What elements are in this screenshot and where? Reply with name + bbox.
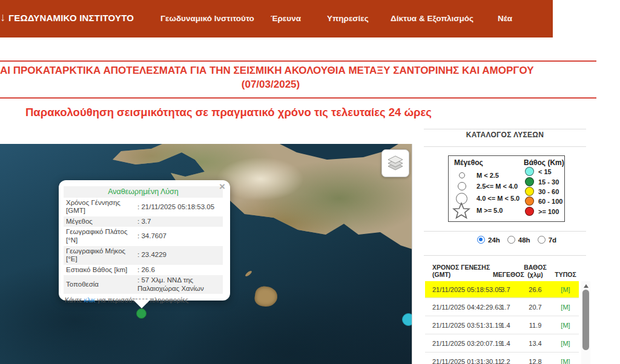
table-row[interactable]: 21/11/2025 03:20:07.19 1.4 13.4 [M] <box>425 334 579 353</box>
popup-label: Μέγεθος <box>64 216 135 227</box>
close-icon[interactable]: × <box>219 181 225 192</box>
radio-24h-label[interactable]: 24h <box>488 236 500 244</box>
popup-value: : 26.6 <box>135 265 223 276</box>
popup-value: : 57 Χλμ. ΝΝΔ της Παλαιοχώρας Χανίων <box>135 275 223 294</box>
nav-item-news[interactable]: Νέα <box>498 14 512 23</box>
nav-item-services[interactable]: Υπηρεσίες <box>327 14 369 23</box>
nav-item-research[interactable]: Έρευνα <box>271 14 301 23</box>
panel-divider <box>424 255 586 256</box>
col-header-magnitude: ΜΕΓΕΘΟΣ <box>493 271 518 279</box>
popup-label: Γεωγραφικό Πλάτος [°N] <box>64 227 135 245</box>
divider-bottom <box>0 97 596 99</box>
col-header-time: ΧΡΟΝΟΣ ΓΕΝΕΣΗΣ (GMT) <box>425 264 493 278</box>
radio-48h[interactable] <box>507 236 515 244</box>
more-info-link[interactable]: κλικ <box>84 296 95 304</box>
legend-label: >= 100 <box>538 208 559 215</box>
popup-value: : 3.7 <box>135 216 223 227</box>
download-arrow-icon[interactable]: ↓ <box>0 11 6 24</box>
table-scrollbar[interactable] <box>581 281 590 364</box>
panel-divider <box>424 146 586 147</box>
col-header-depth: ΒΑΘΟΣ (χλμ) <box>518 264 552 278</box>
legend-label: 15 - 30 <box>538 178 559 186</box>
popup-label: Εστιακό Βάθος [km] <box>64 265 135 276</box>
popup-value: : 34.7607 <box>135 227 223 245</box>
popup-value: : 23.4229 <box>135 246 223 265</box>
catalog-title: ΚΑΤΑΛΟΓΟΣ ΛΥΣΕΩΝ <box>424 131 586 139</box>
legend-label: < 15 <box>538 168 552 175</box>
map-layers-button[interactable] <box>381 149 409 177</box>
magnitude-circle-small <box>459 172 465 178</box>
nav-item-networks[interactable]: Δίκτυα & Εξοπλισμός <box>391 14 473 23</box>
star-icon <box>452 202 470 220</box>
depth-circle <box>525 177 534 186</box>
legend-label: 2.5<= M < 4.0 <box>477 183 518 190</box>
radio-24h[interactable] <box>477 236 485 244</box>
scrollbar-thumb[interactable] <box>582 290 589 350</box>
page-title-line1: ΑΙ ΠΡΟΚΑΤΑΡΚΤΙΚΑ ΑΠΟΤΕΛΕΣΜΑΤΑ ΓΙΑ ΤΗΝ ΣΕ… <box>0 65 548 77</box>
panel-divider <box>424 231 586 232</box>
table-row[interactable]: 21/11/2025 03:51:31.19 1.4 11.9 [M] <box>425 316 579 334</box>
map-legend: Μέγεθος M < 2.5 2.5<= M < 4.0 4.0 <= M <… <box>448 155 565 222</box>
magnitude-circle-medium <box>458 182 466 190</box>
radio-48h-label[interactable]: 48h <box>518 236 530 244</box>
epicenter-marker-cyan[interactable] <box>402 313 412 326</box>
earthquake-popup: × Αναθεωρημένη Λύση Χρόνος Γέννησης [GMT… <box>59 180 230 301</box>
scroll-up-icon[interactable] <box>584 284 589 288</box>
legend-magnitude-title: Μέγεθος <box>454 158 483 167</box>
table-row[interactable]: 21/11/2025 05:18:53.05 3.7 26.6 [M] <box>425 281 579 298</box>
header-bar: ΓΕΩΔΥΝΑΜΙΚΟ ΙΝΣΤΙΤΟΥΤΟ Γεωδυναμικό Ινστι… <box>0 0 553 37</box>
radio-7d-label[interactable]: 7d <box>549 236 556 244</box>
catalog-table-body: 21/11/2025 05:18:53.05 3.7 26.6 [M] 21/1… <box>425 281 579 364</box>
time-filter-group: 24h 48h 7d <box>477 236 561 244</box>
realtime-monitoring-subtitle: Παρακολούθηση σεισμικότητας σε πραγματικ… <box>25 106 432 119</box>
page: ΓΕΩΔΥΝΑΜΙΚΟ ΙΝΣΤΙΤΟΥΤΟ Γεωδυναμικό Ινστι… <box>0 0 620 364</box>
epicenter-marker-green[interactable] <box>136 308 147 319</box>
nav-item-institute[interactable]: Γεωδυναμικό Ινστιτούτο <box>160 14 254 23</box>
popup-title: Αναθεωρημένη Λύση <box>64 186 223 198</box>
seismicity-map[interactable]: × Αναθεωρημένη Λύση Χρόνος Γέννησης [GMT… <box>0 144 412 364</box>
popup-value: : 21/11/2025 05:18:53.05 <box>135 198 223 216</box>
page-title-line2: (07/03/2025) <box>0 79 541 91</box>
legend-label: 60 - 100 <box>538 198 562 205</box>
legend-label: 4.0 <= M < 5.0 <box>477 195 519 202</box>
divider-top <box>0 60 596 62</box>
legend-label: M >= 5.0 <box>477 207 503 214</box>
depth-circle <box>525 197 534 206</box>
popup-tail <box>133 299 151 308</box>
table-row[interactable]: 21/11/2025 01:31:30.11 2.2 12.8 [M] <box>425 353 579 364</box>
popup-table: Αναθεωρημένη Λύση Χρόνος Γέννησης [GMT] … <box>64 186 223 294</box>
panel-divider <box>424 129 586 129</box>
depth-circle <box>525 207 534 216</box>
site-logo[interactable]: ΓΕΩΔΥΝΑΜΙΚΟ ΙΝΣΤΙΤΟΥΤΟ <box>8 13 134 23</box>
legend-label: M < 2.5 <box>477 172 499 179</box>
popup-label: Τοποθεσία <box>64 275 135 294</box>
legend-label: 30 - 60 <box>538 188 559 195</box>
table-row[interactable]: 21/11/2025 04:42:29.63 1.7 20.7 [M] <box>425 298 579 316</box>
radio-7d[interactable] <box>538 236 546 244</box>
legend-depth-title: Βάθος (Km) <box>524 158 564 167</box>
layers-icon <box>386 154 405 172</box>
popup-label: Γεωγραφικό Μήκος [°E] <box>64 246 135 265</box>
depth-circle <box>525 167 534 176</box>
depth-circle <box>525 187 534 196</box>
catalog-table-header: ΧΡΟΝΟΣ ΓΕΝΕΣΗΣ (GMT) ΜΕΓΕΘΟΣ ΒΑΘΟΣ (χλμ)… <box>425 259 579 278</box>
popup-label: Χρόνος Γέννησης [GMT] <box>64 198 135 216</box>
col-header-type: ΤΥΠΟΣ <box>552 271 579 279</box>
